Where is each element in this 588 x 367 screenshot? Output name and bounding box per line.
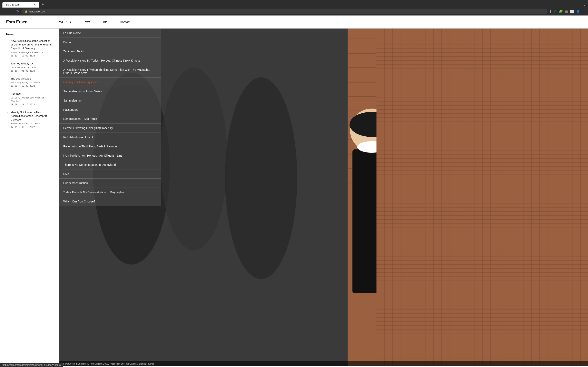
browser-tab[interactable]: Esra Ersen ✕ — [2, 2, 39, 8]
works-list-link[interactable]: Casting For A Canary Opera — [59, 78, 161, 87]
extensions-icon[interactable]: 🧩 — [559, 9, 563, 13]
works-list-link[interactable]: Which One You Choose? — [59, 197, 161, 206]
works-list-item: Sammelsurium – Photo Series — [59, 87, 161, 96]
address-bar[interactable]: 🔒 esraersen.de — [21, 9, 548, 14]
svg-point-20 — [410, 97, 458, 145]
news-meta: Kunstsammlungen Chemnitz13.11 – 12.02.20… — [11, 51, 53, 58]
site-header: Esra Ersen WORKS Texts Info Contact — [0, 16, 588, 29]
svg-point-25 — [485, 147, 517, 159]
works-list-item: Parachutist In Third Floor, Birds In Lau… — [59, 142, 161, 151]
url-text: esraersen.de — [29, 10, 45, 13]
news-meta: SALT Beyoglu, Istanbul15.09 – 12.02.2023 — [11, 81, 40, 88]
svg-rect-24 — [481, 155, 523, 294]
share-icon[interactable]: ⬆ — [549, 9, 552, 13]
works-list: Le Due RomeDiarioZahiri And BatiniA Poss… — [59, 29, 161, 206]
svg-line-26 — [434, 73, 468, 145]
works-list-item: Rehabilitation – Sao Paulo — [59, 114, 161, 124]
works-list-item: Perfect / Growing Older (Dis)Gracefully — [59, 124, 161, 133]
menu-icon[interactable]: ⋮ — [582, 9, 586, 13]
news-title: Heritage — [11, 92, 53, 96]
site-logo[interactable]: Esra Ersen — [6, 20, 59, 24]
status-url: https://esraersen.de/works/casting-for-a… — [2, 364, 61, 366]
works-list-container[interactable]: Le Due RomeDiarioZahiri And BatiniA Poss… — [59, 29, 161, 366]
news-arrow: → — [6, 62, 9, 66]
news-item[interactable]: → Identity Not Proven – New Acquisitions… — [6, 110, 53, 129]
nav-works[interactable]: WORKS — [59, 20, 71, 24]
svg-rect-30 — [554, 217, 569, 313]
news-item[interactable]: → New Acquisitions of the Collection of … — [6, 39, 53, 58]
svg-point-19 — [357, 141, 386, 153]
svg-point-16 — [225, 77, 297, 279]
sidebar-toggle-icon[interactable]: ▤ — [565, 9, 568, 13]
forward-button[interactable]: → — [9, 9, 14, 14]
works-list-item: A Possible History II / Turkish Heroes, … — [59, 56, 161, 65]
window-toggle-icon[interactable]: ⬜ — [570, 9, 574, 13]
works-list-item: Sammelsurium — [59, 96, 161, 105]
works-list-item: Dive — [59, 169, 161, 179]
works-list-link[interactable]: Rehabilitation – Sao Paulo — [59, 114, 161, 123]
news-meta: Casa di Goethe, Rom28.10 – 01.03.2023 — [11, 66, 36, 73]
svg-point-15 — [160, 68, 227, 250]
works-list-link[interactable]: Passengers — [59, 105, 161, 114]
works-list-item: Under Construction — [59, 179, 161, 188]
news-content: Heritage Gallery Françoise Heitsch, Münc… — [11, 92, 53, 106]
tab-title: Esra Ersen — [6, 3, 19, 6]
nav-info[interactable]: Info — [103, 20, 108, 24]
news-content: The 90s Onstage SALT Beyoglu, Istanbul15… — [11, 77, 40, 88]
tab-expand-button[interactable]: ⌄ — [583, 3, 586, 7]
news-content: Journey To Italy XXI Casa di Goethe, Rom… — [11, 62, 36, 73]
svg-point-22 — [417, 134, 451, 147]
nav-texts[interactable]: Texts — [83, 20, 90, 24]
address-bar-row: ← → ↻ 🔒 esraersen.de ⬆ ☆ 🧩 ▤ ⬜ 👤 ⋮ — [0, 8, 588, 16]
works-list-link[interactable]: Under Construction — [59, 179, 161, 188]
news-meta: Bundeskunsthalle, Bonn07.05 – 03.10.2022 — [11, 122, 53, 129]
tab-close-button[interactable]: ✕ — [34, 3, 36, 6]
works-list-link[interactable]: There Is No Demonstration In Disneyland — [59, 160, 161, 169]
svg-rect-21 — [413, 142, 456, 291]
news-item[interactable]: → Heritage Gallery Françoise Heitsch, Mü… — [6, 92, 53, 106]
works-list-link[interactable]: Dive — [59, 169, 161, 178]
browser-chrome: Esra Ersen ✕ + ⌄ ← → ↻ 🔒 esraersen.de ⬆ … — [0, 0, 588, 16]
nav-contact[interactable]: Contact — [120, 20, 130, 24]
works-list-item: Le Due Rome — [59, 29, 161, 38]
works-list-link[interactable]: Zahiri And Batini — [59, 47, 161, 56]
works-list-link[interactable]: Today There Is No Demonstration In Disyn… — [59, 188, 161, 197]
works-list-item: Today There Is No Demonstration In Disyn… — [59, 188, 161, 197]
svg-rect-18 — [352, 150, 391, 293]
works-list-link[interactable]: Diario — [59, 38, 161, 47]
status-bar: https://esraersen.de/works/casting-for-a… — [0, 363, 63, 366]
sidebar-section-title: News — [6, 33, 53, 36]
news-content: New Acquisitions of the Collection of Co… — [11, 39, 53, 58]
news-item[interactable]: → Journey To Italy XXI Casa di Goethe, R… — [6, 62, 53, 73]
works-list-link[interactable]: Parachutist In Third Floor, Birds In Lau… — [59, 142, 161, 151]
bookmark-icon[interactable]: ☆ — [554, 9, 557, 13]
works-area: I am turkish, I am Honest, I am Diligent… — [59, 29, 588, 366]
lock-icon: 🔒 — [25, 10, 28, 13]
works-list-link[interactable]: Rehabilitation – Utrecht — [59, 133, 161, 142]
works-list-link[interactable]: A Possible History II / Turkish Heroes, … — [59, 56, 161, 65]
works-list-link[interactable]: A Possible History I / When Thinking Som… — [59, 65, 161, 77]
works-list-link[interactable]: Sammelsurium — [59, 96, 161, 105]
works-list-item: Which One You Choose? — [59, 197, 161, 206]
works-list-item: Passengers — [59, 105, 161, 114]
site-wrapper: Esra Ersen WORKS Texts Info Contact News… — [0, 16, 588, 366]
works-list-link[interactable]: Perfect / Growing Older (Dis)Gracefully — [59, 124, 161, 133]
works-list-link[interactable]: Sammelsurium – Photo Series — [59, 87, 161, 96]
profile-icon[interactable]: 👤 — [576, 9, 580, 13]
back-button[interactable]: ← — [2, 9, 7, 14]
works-list-link[interactable]: I Am Turkish, I Am Honest, I Am Diligent… — [59, 151, 161, 160]
news-arrow: → — [6, 40, 9, 43]
new-tab-button[interactable]: + — [40, 2, 45, 8]
works-list-item: There Is No Demonstration In Disneyland — [59, 160, 161, 169]
news-arrow: → — [6, 92, 9, 96]
news-item[interactable]: → The 90s Onstage SALT Beyoglu, Istanbul… — [6, 77, 53, 88]
news-arrow: → — [6, 111, 9, 114]
works-list-item: A Possible History I / When Thinking Som… — [59, 65, 161, 78]
news-arrow: → — [6, 77, 9, 81]
news-title: Identity Not Proven – New Acquisitions f… — [11, 110, 53, 122]
news-list: → New Acquisitions of the Collection of … — [6, 39, 53, 129]
news-title: Journey To Italy XXI — [11, 62, 36, 66]
refresh-button[interactable]: ↻ — [16, 9, 20, 14]
svg-rect-1 — [348, 29, 588, 366]
works-list-link[interactable]: Le Due Rome — [59, 29, 161, 38]
